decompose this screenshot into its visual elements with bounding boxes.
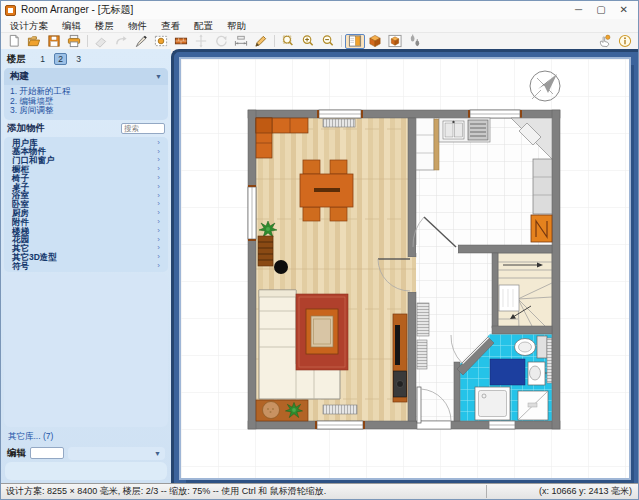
chevron-right-icon: › bbox=[157, 174, 160, 182]
chevron-right-icon: › bbox=[157, 244, 160, 252]
bath-mat[interactable] bbox=[490, 359, 525, 385]
menu-item[interactable]: 物件 bbox=[121, 19, 154, 33]
build-panel: 构建 ▼ 1. 开始新的工程2. 编辑墙壁3. 房间调整 bbox=[4, 68, 168, 120]
measure-icon bbox=[234, 34, 248, 48]
close-button[interactable]: ✕ bbox=[620, 1, 628, 19]
info-icon bbox=[618, 34, 632, 48]
walkthrough-button[interactable] bbox=[405, 34, 425, 49]
menu-item[interactable]: 帮助 bbox=[220, 19, 253, 33]
eraser-button[interactable] bbox=[91, 34, 111, 49]
walkthrough-icon bbox=[408, 34, 422, 48]
floor-tab[interactable]: 3 bbox=[72, 53, 85, 65]
kitchen-appliance[interactable] bbox=[531, 215, 552, 242]
radiator[interactable] bbox=[323, 119, 355, 127]
maximize-button[interactable]: ▢ bbox=[596, 1, 605, 19]
wall-button[interactable] bbox=[171, 34, 191, 49]
bath-radiator[interactable] bbox=[547, 338, 552, 383]
chevron-right-icon: › bbox=[157, 156, 160, 164]
stove[interactable] bbox=[468, 120, 488, 140]
hall-radiator[interactable] bbox=[417, 303, 429, 336]
menu-item[interactable]: 配置 bbox=[187, 19, 220, 33]
build-header-label: 构建 bbox=[10, 70, 29, 83]
floor-tab[interactable]: 1 bbox=[36, 53, 49, 65]
chevron-right-icon: › bbox=[157, 139, 160, 147]
chevron-right-icon: › bbox=[157, 253, 160, 261]
zoom-in-icon bbox=[301, 34, 315, 48]
rotate-object-button[interactable] bbox=[211, 34, 231, 49]
brush-button[interactable] bbox=[131, 34, 151, 49]
edit-value-box[interactable] bbox=[30, 447, 64, 459]
floors-row: 楼层 123 bbox=[1, 51, 171, 67]
wall-icon bbox=[174, 34, 188, 48]
objects-panel-button[interactable] bbox=[345, 34, 365, 49]
radiator[interactable] bbox=[323, 405, 357, 414]
tv-cabinet[interactable] bbox=[393, 314, 407, 402]
menu-item[interactable]: 编辑 bbox=[55, 19, 88, 33]
info-button[interactable] bbox=[615, 34, 635, 49]
new-document-icon bbox=[7, 34, 21, 48]
view-3d-icon bbox=[368, 34, 382, 48]
minimize-button[interactable]: ─ bbox=[575, 1, 582, 19]
open-button[interactable] bbox=[24, 34, 44, 49]
zoom-in-button[interactable] bbox=[298, 34, 318, 49]
shower-tray[interactable] bbox=[475, 387, 510, 420]
toolbar-separator bbox=[274, 35, 275, 47]
build-header[interactable]: 构建 ▼ bbox=[4, 68, 168, 85]
chevron-right-icon: › bbox=[157, 218, 160, 226]
hall-radiator[interactable] bbox=[417, 340, 427, 369]
search-input[interactable] bbox=[121, 123, 165, 134]
objects-panel-icon bbox=[348, 34, 362, 48]
menu-item[interactable]: 设计方案 bbox=[3, 19, 55, 33]
status-cursor-coordinates: (x: 10666 y: 2413 毫米) bbox=[486, 485, 638, 498]
speaker[interactable] bbox=[274, 260, 288, 274]
print-icon bbox=[67, 34, 81, 48]
print-button[interactable] bbox=[64, 34, 84, 49]
window-title: Room Arranger - [无标题] bbox=[21, 3, 133, 17]
measure-button[interactable] bbox=[231, 34, 251, 49]
chevron-right-icon: › bbox=[157, 192, 160, 200]
menu-item[interactable]: 楼层 bbox=[88, 19, 121, 33]
floor-tab[interactable]: 2 bbox=[54, 53, 67, 65]
sidebar: 楼层 123 构建 ▼ 1. 开始新的工程2. 编辑墙壁3. 房间调整 添加物件 bbox=[1, 49, 171, 483]
floor-plan[interactable] bbox=[181, 59, 629, 478]
staircase[interactable] bbox=[498, 253, 552, 328]
build-step-link[interactable]: 3. 房间调整 bbox=[10, 106, 162, 116]
texture-button[interactable] bbox=[151, 34, 171, 49]
redo-icon bbox=[114, 34, 128, 48]
menu-item[interactable]: 查看 bbox=[154, 19, 187, 33]
redo-button[interactable] bbox=[111, 34, 131, 49]
zoom-out-button[interactable] bbox=[318, 34, 338, 49]
add-objects-header: 添加物件 bbox=[1, 121, 171, 137]
eraser-icon bbox=[94, 34, 108, 48]
coffee-table[interactable] bbox=[306, 309, 338, 354]
object-categories: 用户库 › 基本物件 › 门口和窗户 › 橱柜 bbox=[4, 137, 168, 273]
chevron-right-icon: › bbox=[157, 236, 160, 244]
kitchen-counter[interactable] bbox=[439, 118, 490, 142]
category-label: 符号 bbox=[12, 262, 29, 271]
collapse-icon[interactable]: ▼ bbox=[155, 73, 162, 80]
view-3d-button[interactable] bbox=[365, 34, 385, 49]
edit-dropdown[interactable]: ▼ bbox=[68, 447, 165, 460]
washing-machine[interactable] bbox=[518, 391, 548, 420]
zoom-selection-button[interactable] bbox=[278, 34, 298, 49]
more-libraries-link[interactable]: 其它库... (7) bbox=[1, 429, 171, 445]
rotate-object-icon bbox=[214, 34, 228, 48]
move-object-button[interactable] bbox=[191, 34, 211, 49]
view-3d-window-button[interactable] bbox=[385, 34, 405, 49]
drawing-canvas[interactable] bbox=[171, 49, 638, 483]
edit-section: 编辑 ▼ bbox=[1, 445, 171, 461]
zoom-selection-icon bbox=[281, 34, 295, 48]
kitchen-wall-cabinets[interactable] bbox=[533, 159, 552, 214]
bookshelf[interactable] bbox=[258, 236, 273, 266]
new-document-button[interactable] bbox=[4, 34, 24, 49]
chevron-right-icon: › bbox=[157, 262, 160, 270]
save-button[interactable] bbox=[44, 34, 64, 49]
category-row[interactable]: 符号 › bbox=[4, 262, 168, 271]
draw-button[interactable] bbox=[251, 34, 271, 49]
plan-page[interactable] bbox=[181, 59, 629, 478]
kitchen-tall-cabinet[interactable] bbox=[416, 118, 439, 170]
save-icon bbox=[47, 34, 61, 48]
pointer-hand-button[interactable] bbox=[595, 34, 615, 49]
pointer-hand-icon bbox=[598, 34, 612, 48]
sidebar-empty-panel bbox=[4, 274, 168, 427]
